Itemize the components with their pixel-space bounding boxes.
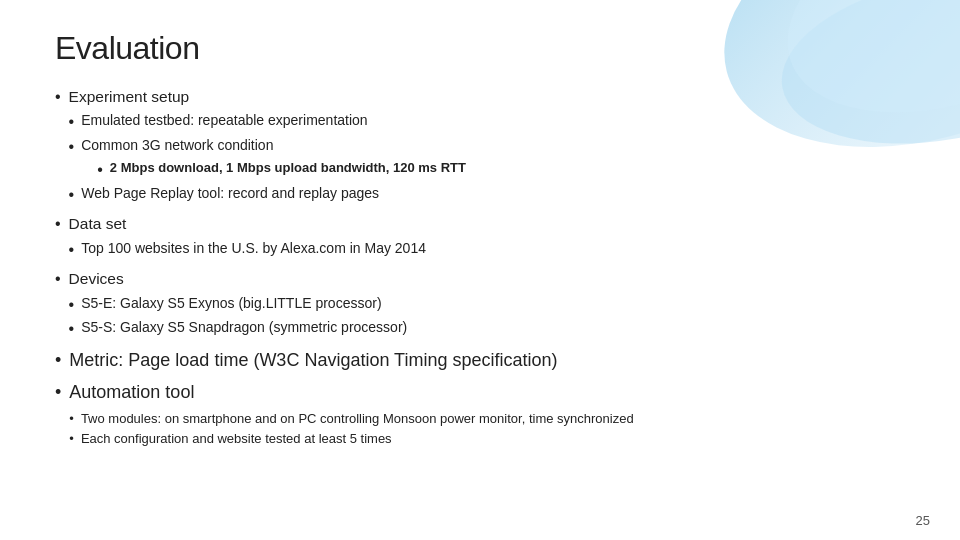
bullet-emulated: • — [69, 110, 75, 135]
two-modules-text: Two modules: on smartphone and on PC con… — [81, 409, 634, 429]
bullet-two-modules: • — [69, 409, 74, 429]
common-3g-content: Common 3G network condition • 2 Mbps dow… — [81, 135, 466, 182]
sub-item-common-3g: • Common 3G network condition • 2 Mbps d… — [69, 135, 466, 182]
automation-sublist: • Two modules: on smartphone and on PC c… — [69, 409, 633, 449]
bullet-each-config: • — [69, 429, 74, 449]
dataset-sublist: • Top 100 websites in the U.S. by Alexa.… — [69, 238, 426, 263]
page-number: 25 — [916, 513, 930, 528]
bullet-top100: • — [69, 238, 75, 263]
devices-label: Devices — [69, 270, 124, 287]
slide-content: Evaluation • Experiment setup • Emulated… — [0, 0, 960, 540]
bandwidth-list: • 2 Mbps download, 1 Mbps upload bandwid… — [97, 158, 466, 183]
sub-item-two-modules: • Two modules: on smartphone and on PC c… — [69, 409, 633, 429]
bullet-dataset: • — [55, 212, 61, 236]
sub-sub-item-bandwidth: • 2 Mbps download, 1 Mbps upload bandwid… — [97, 158, 466, 183]
common-3g-text: Common 3G network condition — [81, 137, 273, 153]
each-config-text: Each configuration and website tested at… — [81, 429, 392, 449]
experiment-setup-content: Experiment setup • Emulated testbed: rep… — [69, 85, 466, 207]
metric-content: Metric: Page load time (W3C Navigation T… — [69, 347, 557, 374]
web-replay-text: Web Page Replay tool: record and replay … — [81, 183, 379, 205]
sub-item-s5e: • S5-E: Galaxy S5 Exynos (big.LITTLE pro… — [69, 293, 408, 318]
slide-title: Evaluation — [55, 30, 905, 67]
sub-item-top100: • Top 100 websites in the U.S. by Alexa.… — [69, 238, 426, 263]
list-item-devices: • Devices • S5-E: Galaxy S5 Exynos (big.… — [55, 267, 905, 342]
bullet-experiment-setup: • — [55, 85, 61, 109]
list-item-dataset: • Data set • Top 100 websites in the U.S… — [55, 212, 905, 262]
list-item-automation: • Automation tool • Two modules: on smar… — [55, 379, 905, 449]
bullet-s5s: • — [69, 317, 75, 342]
bullet-automation: • — [55, 379, 61, 406]
s5s-text: S5-S: Galaxy S5 Snapdragon (symmetric pr… — [81, 317, 407, 339]
bullet-common-3g: • — [69, 135, 75, 160]
sub-item-each-config: • Each configuration and website tested … — [69, 429, 633, 449]
top100-text: Top 100 websites in the U.S. by Alexa.co… — [81, 238, 426, 260]
automation-content: Automation tool • Two modules: on smartp… — [69, 379, 633, 449]
dataset-content: Data set • Top 100 websites in the U.S. … — [69, 212, 426, 262]
devices-content: Devices • S5-E: Galaxy S5 Exynos (big.LI… — [69, 267, 408, 342]
metric-label: Metric: Page load time (W3C Navigation T… — [69, 350, 557, 370]
experiment-setup-sublist: • Emulated testbed: repeatable experimen… — [69, 110, 466, 207]
automation-label: Automation tool — [69, 382, 194, 402]
list-item-experiment-setup: • Experiment setup • Emulated testbed: r… — [55, 85, 905, 207]
bandwidth-text: 2 Mbps download, 1 Mbps upload bandwidth… — [110, 158, 466, 178]
main-list: • Experiment setup • Emulated testbed: r… — [55, 85, 905, 450]
sub-item-web-replay: • Web Page Replay tool: record and repla… — [69, 183, 466, 208]
s5e-text: S5-E: Galaxy S5 Exynos (big.LITTLE proce… — [81, 293, 381, 315]
devices-sublist: • S5-E: Galaxy S5 Exynos (big.LITTLE pro… — [69, 293, 408, 343]
bullet-metric: • — [55, 347, 61, 374]
experiment-setup-label: Experiment setup — [69, 88, 190, 105]
sub-item-s5s: • S5-S: Galaxy S5 Snapdragon (symmetric … — [69, 317, 408, 342]
bullet-s5e: • — [69, 293, 75, 318]
bullet-devices: • — [55, 267, 61, 291]
emulated-text: Emulated testbed: repeatable experimenta… — [81, 110, 367, 132]
sub-item-emulated: • Emulated testbed: repeatable experimen… — [69, 110, 466, 135]
dataset-label: Data set — [69, 215, 127, 232]
bullet-bandwidth: • — [97, 158, 103, 183]
list-item-metric: • Metric: Page load time (W3C Navigation… — [55, 347, 905, 374]
bullet-web-replay: • — [69, 183, 75, 208]
